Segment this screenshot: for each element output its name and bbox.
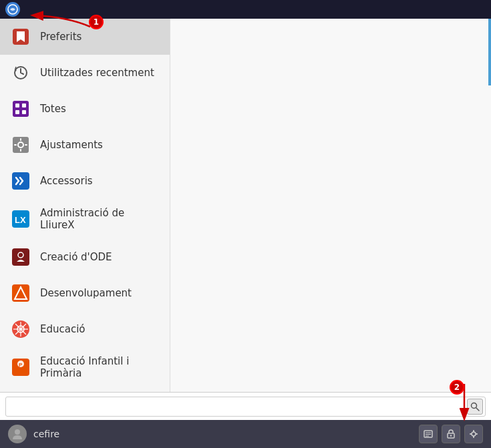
accessoris-icon xyxy=(11,171,31,191)
svg-line-36 xyxy=(476,407,480,411)
administracio-label: Administració de LliureX xyxy=(40,207,159,231)
app-logo[interactable] xyxy=(5,2,20,17)
svg-rect-50 xyxy=(476,433,478,435)
sidebar-item-educacio[interactable]: Educació xyxy=(0,311,170,347)
svg-rect-6 xyxy=(22,103,26,107)
desenvolupament-label: Desenvolupament xyxy=(40,287,132,299)
user-action-2[interactable] xyxy=(442,425,460,443)
svg-rect-4 xyxy=(13,101,29,117)
svg-rect-7 xyxy=(15,110,19,114)
svg-rect-13 xyxy=(14,144,17,146)
totes-icon xyxy=(11,99,31,119)
svg-point-39 xyxy=(15,429,20,435)
svg-rect-14 xyxy=(25,144,27,146)
svg-rect-11 xyxy=(20,138,21,141)
user-actions xyxy=(419,425,483,443)
username-label: cefire xyxy=(33,429,419,439)
user-avatar xyxy=(8,425,27,443)
svg-point-45 xyxy=(450,435,452,436)
user-action-3[interactable] xyxy=(464,425,483,443)
educacio-infantil-label: Educació Infantil i Primària xyxy=(40,355,159,379)
main-container: Preferits Utilitzades recentment xyxy=(0,19,491,392)
search-bar xyxy=(0,392,491,420)
svg-rect-12 xyxy=(20,149,21,152)
top-bar xyxy=(0,0,491,19)
sidebar-item-desenvolupament[interactable]: Desenvolupament xyxy=(0,275,170,311)
ajustaments-label: Ajustaments xyxy=(40,139,103,151)
sidebar-item-ajustaments[interactable]: Ajustaments xyxy=(0,127,170,163)
creacio-icon xyxy=(11,247,31,267)
totes-label: Totes xyxy=(40,103,66,115)
administracio-icon: LX xyxy=(11,209,31,229)
sidebar-item-totes[interactable]: Totes xyxy=(0,91,170,127)
utilisades-label: Utilitzades recentment xyxy=(40,67,154,79)
svg-rect-47 xyxy=(473,430,474,432)
svg-text:LX: LX xyxy=(15,215,26,225)
search-input[interactable] xyxy=(5,397,486,417)
utilisades-icon xyxy=(11,63,31,83)
sidebar: Preferits Utilitzades recentment xyxy=(0,19,170,392)
user-bar: cefire xyxy=(0,420,491,448)
user-action-1[interactable] xyxy=(419,425,438,443)
svg-rect-48 xyxy=(473,436,474,438)
sidebar-item-educacio-infantil[interactable]: P Educació Infantil i Primària xyxy=(0,347,170,387)
sidebar-item-preferits[interactable]: Preferits xyxy=(0,19,170,55)
search-button[interactable] xyxy=(467,399,483,415)
svg-rect-5 xyxy=(15,103,19,107)
sidebar-item-utilisades[interactable]: Utilitzades recentment xyxy=(0,55,170,91)
ajustaments-icon xyxy=(11,135,31,155)
preferits-label: Preferits xyxy=(40,31,81,43)
accessoris-label: Accessoris xyxy=(40,175,93,187)
svg-text:P: P xyxy=(19,362,23,368)
educacio-infantil-icon: P xyxy=(11,357,31,377)
svg-rect-8 xyxy=(22,110,26,114)
sidebar-item-accessoris[interactable]: Accessoris xyxy=(0,163,170,199)
sidebar-item-creacio[interactable]: Creació d'ODE xyxy=(0,239,170,275)
content-area xyxy=(170,19,491,392)
sidebar-item-administracio[interactable]: LX Administració de LliureX xyxy=(0,199,170,239)
svg-rect-49 xyxy=(470,433,472,435)
svg-point-46 xyxy=(472,432,476,436)
educacio-label: Educació xyxy=(40,323,86,335)
creacio-label: Creació d'ODE xyxy=(40,251,112,263)
sidebar-item-educacio-secundaria[interactable]: $ Educació Secundària xyxy=(0,387,170,392)
svg-rect-15 xyxy=(12,172,29,190)
preferits-icon xyxy=(11,27,31,47)
desenvolupament-icon xyxy=(11,283,31,303)
educacio-icon xyxy=(11,319,31,339)
svg-rect-18 xyxy=(12,248,29,266)
